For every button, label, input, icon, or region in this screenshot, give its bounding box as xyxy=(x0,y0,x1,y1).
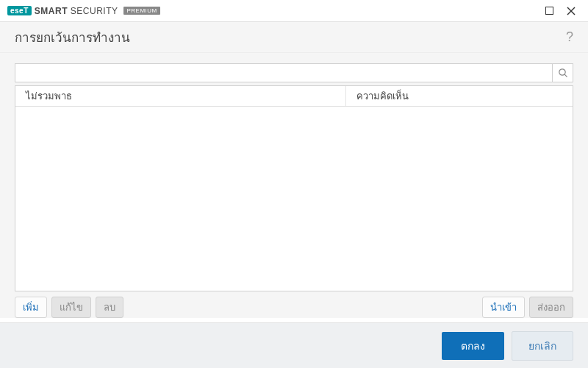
brand: eseT SMART SECURITY PREMIUM xyxy=(7,6,160,16)
svg-point-3 xyxy=(559,69,564,75)
ok-button[interactable]: ตกลง xyxy=(442,332,504,360)
svg-rect-0 xyxy=(545,7,553,15)
footer: ตกลง ยกเลิก xyxy=(0,322,588,368)
delete-button: ลบ xyxy=(96,297,123,318)
table-header: ไม่รวมพาธ ความคิดเห็น xyxy=(15,86,573,107)
brand-badge: eseT xyxy=(7,6,32,15)
search-input[interactable] xyxy=(15,63,553,82)
column-header-comment[interactable]: ความคิดเห็น xyxy=(346,86,573,106)
edit-button: แก้ไข xyxy=(51,297,91,318)
table-body[interactable] xyxy=(15,107,573,291)
action-row: เพิ่ม แก้ไข ลบ นำเข้า ส่งออก xyxy=(15,296,573,318)
close-icon xyxy=(567,7,576,15)
titlebar: eseT SMART SECURITY PREMIUM xyxy=(0,0,588,22)
premium-badge: PREMIUM xyxy=(123,7,159,15)
search-row xyxy=(15,63,573,82)
export-button: ส่งออก xyxy=(529,297,573,318)
square-icon xyxy=(545,7,553,15)
cancel-button[interactable]: ยกเลิก xyxy=(512,331,573,361)
content: ไม่รวมพาธ ความคิดเห็น เพิ่ม แก้ไข ลบ นำเ… xyxy=(0,53,588,318)
help-icon[interactable]: ? xyxy=(566,29,573,45)
import-button[interactable]: นำเข้า xyxy=(482,297,525,318)
subheader: การยกเว้นการทำงาน ? xyxy=(0,22,588,53)
add-button[interactable]: เพิ่ม xyxy=(15,297,47,318)
exclusions-table: ไม่รวมพาธ ความคิดเห็น xyxy=(15,85,573,291)
brand-text: SMART SECURITY xyxy=(35,6,118,16)
close-button[interactable] xyxy=(560,0,582,22)
page-title: การยกเว้นการทำงาน xyxy=(15,27,130,47)
svg-line-4 xyxy=(564,74,567,77)
search-button[interactable] xyxy=(553,63,573,82)
search-icon xyxy=(558,68,568,78)
column-header-path[interactable]: ไม่รวมพาธ xyxy=(15,86,346,106)
maximize-button[interactable] xyxy=(538,0,560,22)
